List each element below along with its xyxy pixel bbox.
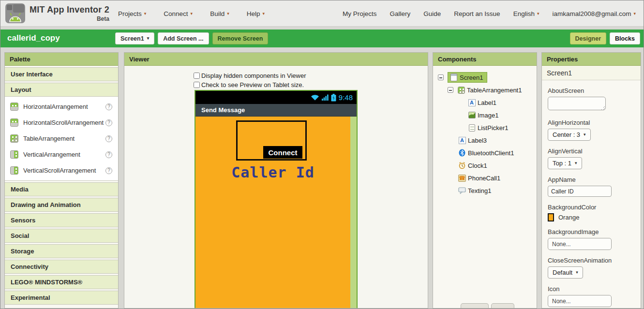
screen-scrollbar[interactable]: [350, 117, 357, 308]
tree-item-label1[interactable]: A Label1: [433, 96, 537, 109]
collapse-icon[interactable]: [448, 87, 453, 93]
property-icon: Icon None...: [548, 285, 641, 307]
palette-item-vertical-scroll-arrangement[interactable]: VerticalScrollArrangement ?: [5, 162, 118, 178]
palette-section-social[interactable]: Social: [5, 229, 118, 243]
collapse-icon[interactable]: [438, 74, 444, 80]
palette-item-horizontal-arrangement[interactable]: HorizontalArrangement ?: [5, 99, 118, 115]
properties-header: Properties: [542, 53, 641, 66]
palette-section-connectivity[interactable]: Connectivity: [5, 260, 118, 274]
icon-picker[interactable]: None...: [548, 295, 612, 307]
tree-item-listpicker1[interactable]: ListPicker1: [433, 121, 537, 134]
app-subtitle: Beta: [30, 15, 109, 22]
components-tree: Screen1 TableArrangement1 A Label1 Image…: [433, 66, 537, 197]
tablet-preview-checkbox-row: Check to see Preview on Tablet size.: [194, 81, 304, 88]
palette-panel: Palette User Interface Layout Horizontal…: [4, 52, 119, 309]
palette-section-layout[interactable]: Layout: [5, 83, 118, 97]
signal-icon: [322, 94, 329, 101]
link-guide[interactable]: Guide: [423, 10, 441, 17]
properties-fields: AboutScreen AlignHorizontal Center : 3▾ …: [542, 80, 641, 309]
link-gallery[interactable]: Gallery: [390, 10, 411, 17]
palette-section-sensors[interactable]: Sensors: [5, 213, 118, 227]
hidden-components-label: Display hidden components in Viewer: [201, 72, 306, 79]
property-label: AlignVertical: [548, 147, 641, 155]
palette-section-storage[interactable]: Storage: [5, 244, 118, 258]
remove-screen-button[interactable]: Remove Screen: [212, 32, 269, 44]
chevron-down-icon: ▾: [227, 12, 229, 16]
label-icon: A: [458, 136, 466, 144]
alignvertical-dropdown[interactable]: Top : 1▾: [548, 157, 582, 169]
property-alignhorizontal: AlignHorizontal Center : 3▾: [548, 119, 641, 141]
main-menu: Projects▾ Connect▾ Build▾ Help▾: [118, 0, 265, 27]
components-header: Components: [433, 53, 537, 66]
help-icon[interactable]: ?: [105, 167, 112, 174]
link-my-projects[interactable]: My Projects: [343, 10, 377, 17]
phone-call-icon: ☎: [458, 174, 466, 182]
chevron-down-icon: ▾: [537, 12, 539, 16]
wifi-icon: [311, 94, 319, 101]
backgroundimage-picker[interactable]: None...: [548, 238, 612, 250]
property-label: BackgroundImage: [548, 228, 641, 235]
tree-item-screen1[interactable]: Screen1: [433, 71, 537, 84]
caller-id-label-component[interactable]: Caller Id: [195, 164, 350, 181]
connect-listpicker-component[interactable]: Connect: [263, 146, 302, 159]
top-bar: MIT App Inventor 2 Beta Projects▾ Connec…: [0, 0, 644, 27]
appname-input[interactable]: [548, 186, 612, 197]
palette-item-vertical-arrangement[interactable]: VerticalArrangement ?: [5, 147, 118, 162]
language-menu[interactable]: English▾: [513, 10, 539, 17]
menu-build[interactable]: Build▾: [210, 10, 229, 17]
account-menu[interactable]: iamkamal2008@gmail.com▾: [552, 10, 636, 17]
chevron-down-icon: ▾: [584, 132, 586, 137]
alignhorizontal-dropdown[interactable]: Center : 3▾: [548, 129, 591, 141]
closescreenanimation-dropdown[interactable]: Default▾: [548, 266, 583, 279]
tree-item-bluetoothclient1[interactable]: BluetoothClient1: [433, 147, 537, 159]
help-icon[interactable]: ?: [105, 135, 112, 142]
hidden-components-checkbox[interactable]: [194, 73, 200, 79]
tree-item-label3[interactable]: A Label3: [433, 134, 537, 147]
tablet-preview-checkbox[interactable]: [194, 82, 200, 88]
project-bar: callerid_copy Screen1▾ Add Screen ... Re…: [0, 29, 644, 47]
phone-mockup: 9:48 Send Message Connect Caller Id: [195, 90, 358, 308]
tree-item-phonecall1[interactable]: ☎ PhoneCall1: [433, 172, 537, 184]
help-icon[interactable]: ?: [105, 151, 112, 158]
add-screen-button[interactable]: Add Screen ...: [158, 32, 209, 44]
help-icon[interactable]: ?: [105, 103, 112, 110]
palette-section-lego-mindstorms[interactable]: LEGO® MINDSTORMS®: [5, 275, 118, 289]
backgroundcolor-picker[interactable]: Orange: [548, 213, 641, 221]
palette-section-experimental[interactable]: Experimental: [5, 291, 118, 305]
chevron-down-icon: ▾: [633, 12, 636, 16]
link-report-issue[interactable]: Report an Issue: [454, 10, 500, 17]
label-icon: A: [468, 99, 476, 106]
menu-help[interactable]: Help▾: [247, 10, 265, 17]
horizontal-scroll-arrangement-icon: [10, 118, 18, 127]
menu-projects[interactable]: Projects▾: [118, 10, 146, 17]
tree-item-clock1[interactable]: Clock1: [433, 159, 537, 172]
property-label: AppName: [548, 176, 641, 183]
delete-button[interactable]: [491, 303, 514, 308]
menu-connect[interactable]: Connect▾: [164, 10, 193, 17]
phone-status-bar: 9:48: [195, 91, 357, 104]
rename-button[interactable]: [461, 303, 489, 308]
help-icon[interactable]: ?: [105, 119, 112, 126]
screen-selector-dropdown[interactable]: Screen1▾: [115, 32, 154, 44]
app-inventor-window: MIT App Inventor 2 Beta Projects▾ Connec…: [0, 0, 644, 309]
tree-item-image1[interactable]: Image1: [433, 109, 537, 121]
blocks-button[interactable]: Blocks: [610, 32, 640, 44]
palette-section-drawing-animation[interactable]: Drawing and Animation: [5, 198, 118, 212]
property-closescreenanimation: CloseScreenAnimation Default▾: [548, 257, 641, 279]
app-logo[interactable]: MIT App Inventor 2 Beta: [5, 3, 109, 23]
top-links: My Projects Gallery Guide Report an Issu…: [343, 0, 636, 27]
project-name: callerid_copy: [7, 33, 60, 43]
tree-item-tablearrangement1[interactable]: TableArrangement1: [433, 84, 537, 96]
tree-item-texting1[interactable]: Texting1: [433, 184, 537, 197]
palette-item-table-arrangement[interactable]: TableArrangement ?: [5, 131, 118, 147]
palette-section-user-interface[interactable]: User Interface: [5, 67, 118, 81]
palette-item-label: VerticalArrangement: [23, 151, 105, 158]
phone-app-title-bar: Send Message: [195, 104, 357, 117]
palette-section-media[interactable]: Media: [5, 182, 118, 196]
designer-button[interactable]: Designer: [570, 32, 607, 44]
screen-icon: [450, 74, 458, 81]
palette-item-horizontal-scroll-arrangement[interactable]: HorizontalScrollArrangement ?: [5, 115, 118, 131]
phone-screen[interactable]: Connect Caller Id: [195, 117, 357, 308]
image-icon: [468, 111, 476, 119]
aboutscreen-textarea[interactable]: [548, 97, 606, 110]
